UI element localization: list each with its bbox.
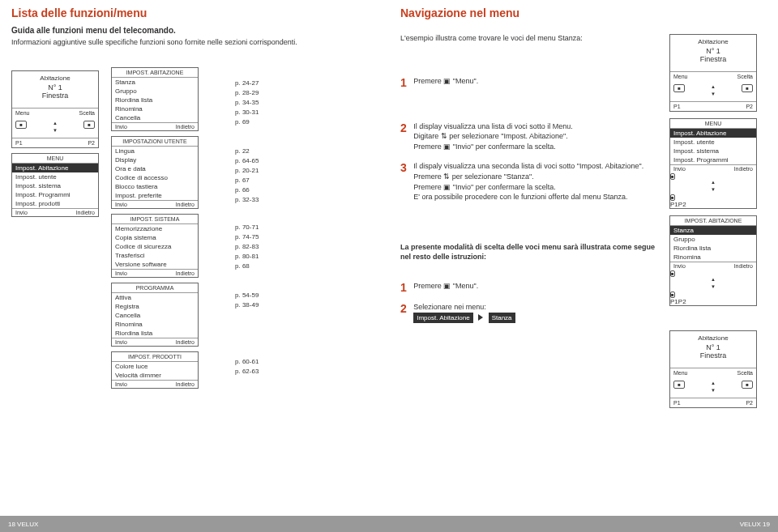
remote-step3-menu: IMPOST. ABITAZIONE Stanza Gruppo Riordin… — [669, 215, 757, 306]
page-ref: p. 68 — [235, 262, 280, 271]
box-abitazione: IMPOST. ABITAZIONE Stanza Gruppo Riordin… — [111, 67, 199, 131]
step-text: Premere ▣ "Menu". — [413, 281, 658, 292]
btn-left[interactable]: ■ — [15, 121, 27, 129]
arrow-up-icon[interactable]: ▲ — [709, 180, 717, 186]
btn-r[interactable]: ■ — [742, 84, 753, 92]
step-number: 1 — [400, 76, 412, 89]
menu-item[interactable]: Impost. utente — [12, 172, 98, 181]
menu-right: Scelta — [79, 110, 95, 116]
box-item[interactable]: Colore luce — [112, 362, 198, 371]
step-text: Premere ▣ "Menu". — [413, 76, 658, 87]
box-item[interactable]: Riordina lista — [112, 96, 198, 104]
step-number: 2 — [400, 121, 412, 134]
box-item[interactable]: Rinomina — [670, 253, 756, 262]
box-item[interactable]: Trasferisci — [112, 251, 198, 260]
remote-top-label: Abitazione — [12, 71, 98, 83]
btn-r[interactable]: ■ — [670, 194, 675, 201]
p2-label: P2 — [88, 140, 95, 146]
page-ref: p. 69 — [235, 117, 280, 127]
step-text: Il dispaly visualizza una seconda lista … — [413, 161, 658, 202]
box-item[interactable]: Impost. Abitazione — [670, 129, 756, 138]
chip-abitazione: Impost. Abitazione — [413, 313, 472, 323]
arrow-up-icon[interactable]: ▲ — [709, 277, 717, 283]
box-item[interactable]: Impost. Programmi — [670, 155, 756, 164]
step-number: 1 — [400, 281, 412, 294]
menu-item[interactable]: Impost. Programmi — [12, 190, 98, 199]
arrow-up-icon[interactable]: ▲ — [709, 84, 717, 91]
box-title: PROGRAMMA — [112, 283, 198, 293]
box-item[interactable]: Codice di accesso — [112, 173, 198, 182]
box-item[interactable]: Blocco tastiera — [112, 182, 198, 191]
box-item[interactable]: Riordina lista — [112, 329, 198, 338]
btn-l[interactable]: ■ — [673, 381, 685, 389]
page-ref: p. 80-81 — [235, 252, 280, 262]
p1: P1 — [670, 298, 678, 305]
box-item[interactable]: Gruppo — [112, 87, 198, 96]
arrow-down-icon[interactable]: ▼ — [51, 128, 59, 134]
btn-r[interactable]: ■ — [670, 292, 675, 298]
btn-r[interactable]: ■ — [742, 381, 753, 389]
box-item[interactable]: Registra — [112, 302, 198, 311]
arrow-down-icon[interactable]: ▼ — [709, 284, 717, 291]
arrow-up-icon[interactable]: ▲ — [51, 121, 59, 127]
btn-l[interactable]: ■ — [673, 84, 685, 92]
footer-right: Indietro — [76, 210, 95, 215]
btn-l[interactable]: ■ — [670, 270, 675, 277]
footer-right: Indietro — [176, 381, 194, 387]
box-item[interactable]: Stanza — [112, 78, 198, 87]
arrow-right-icon — [478, 314, 483, 321]
page-ref: p. 30-31 — [235, 108, 280, 117]
menu-item[interactable]: Impost. Abitazione — [12, 164, 98, 172]
box-title: IMPOST. PRODOTTI — [112, 352, 198, 362]
menu-item[interactable]: Impost. sistema — [12, 181, 98, 190]
box-item[interactable]: Memorizzazione — [112, 224, 198, 233]
remote-display: Abitazione N° 1Finestra MenuScelta ■ ▲▼ … — [11, 70, 99, 148]
box-item[interactable]: Codice di sicurezza — [112, 242, 198, 251]
box-item[interactable]: Lingua — [112, 147, 198, 155]
step-text: Il display visualizza una lista di voci … — [413, 121, 658, 152]
box-item[interactable]: Cancella — [112, 311, 198, 320]
box-programma: PROGRAMMA Attiva Registra Cancella Rinom… — [111, 283, 199, 347]
box-item[interactable]: Rinomina — [112, 104, 198, 113]
footer-left: Invio — [15, 210, 28, 215]
box-item[interactable]: Velocità dimmer — [112, 371, 198, 380]
box-item[interactable]: Gruppo — [670, 235, 756, 244]
arrow-down-icon[interactable]: ▼ — [709, 187, 717, 194]
footer-left: Invio — [115, 381, 127, 387]
box-item[interactable]: Copia sistema — [112, 233, 198, 242]
box-item[interactable]: Attiva — [112, 293, 198, 302]
box-item[interactable]: Rinomina — [112, 320, 198, 329]
p2: P2 — [746, 104, 753, 109]
box-title: IMPOST. ABITAZIONE — [112, 68, 198, 78]
box-item[interactable]: Stanza — [670, 226, 756, 235]
arrow-down-icon[interactable]: ▼ — [709, 388, 717, 394]
p2: P2 — [746, 400, 753, 406]
menu-r: Scelta — [737, 74, 753, 79]
box-item[interactable]: Versione software — [112, 260, 198, 269]
remote-big-label: N° 1Finestra — [12, 83, 98, 108]
btn-right[interactable]: ■ — [83, 121, 95, 129]
page-ref: p. 82-83 — [235, 242, 280, 252]
box-item[interactable]: Ora e data — [112, 164, 198, 173]
chip-stanza: Stanza — [489, 313, 515, 323]
step-number: 3 — [400, 161, 412, 174]
btn-l[interactable]: ■ — [670, 173, 675, 180]
guide-title: Guida alle funzioni menu del telecomando… — [11, 26, 378, 35]
box-item[interactable]: Impost. preferite — [112, 191, 198, 200]
box-item[interactable]: Riordina lista — [670, 244, 756, 253]
footer-left: Invio — [115, 202, 127, 207]
box-item[interactable]: Impost. utente — [670, 138, 756, 147]
page-ref: p. 38-49 — [235, 300, 280, 310]
footer-l: Invio — [673, 263, 686, 269]
box-item[interactable]: Display — [112, 155, 198, 164]
menu-item[interactable]: Impost. prodotti — [12, 199, 98, 208]
arrow-down-icon[interactable]: ▼ — [709, 92, 717, 98]
footer-left: Invio — [115, 124, 127, 130]
page-ref: p. 60-61 — [235, 357, 280, 367]
arrow-up-icon[interactable]: ▲ — [709, 381, 717, 387]
box-item[interactable]: Cancella — [112, 113, 198, 122]
box-prodotti: IMPOST. PRODOTTI Colore luce Velocità di… — [111, 351, 199, 389]
box-utente: IMPOSTAZIONI UTENTE Lingua Display Ora e… — [111, 136, 199, 209]
box-item[interactable]: Impost. sistema — [670, 147, 756, 155]
remote-top: Abitazione — [670, 35, 756, 47]
